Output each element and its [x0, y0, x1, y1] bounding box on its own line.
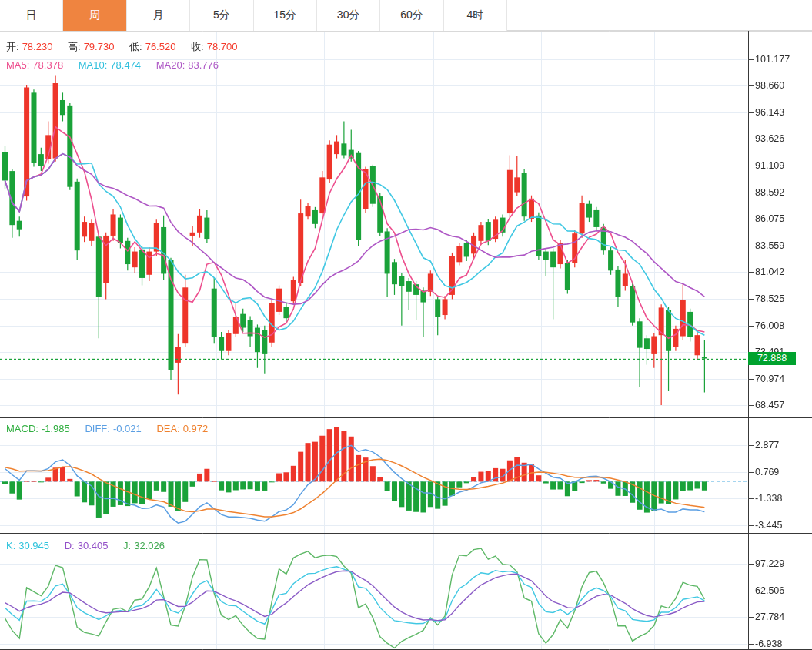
tab-60min[interactable]: 60分	[380, 0, 443, 31]
tab-15min[interactable]: 15分	[254, 0, 317, 31]
tabbar-filler	[507, 0, 812, 30]
tab-30min[interactable]: 30分	[317, 0, 380, 31]
tab-week[interactable]: 周	[63, 0, 126, 31]
tab-day[interactable]: 日	[0, 0, 63, 31]
tab-5min[interactable]: 5分	[190, 0, 253, 31]
last-price-badge: 72.888	[748, 352, 796, 365]
timeframe-tabbar: 日 周 月 5分 15分 30分 60分 4时	[0, 0, 812, 31]
tab-month[interactable]: 月	[127, 0, 190, 31]
kline-chart-window: 日 周 月 5分 15分 30分 60分 4时 开:78.230 高:79.73…	[0, 0, 812, 650]
kline-chart-canvas[interactable]	[0, 0, 812, 650]
tab-4hour[interactable]: 4时	[444, 0, 507, 31]
